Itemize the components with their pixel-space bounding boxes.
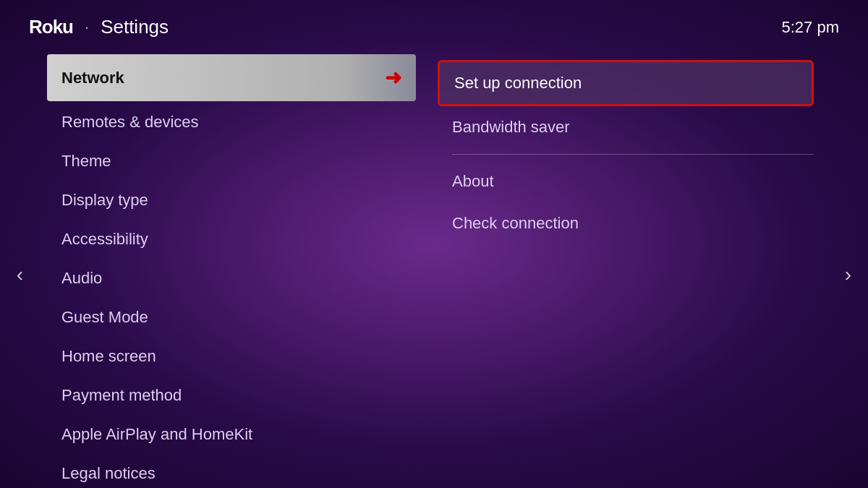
right-item-about[interactable]: About <box>438 160 814 202</box>
menu-item-network[interactable]: Network ➜ <box>47 54 416 101</box>
menu-item-label: Home screen <box>61 347 156 365</box>
menu-item-label: Audio <box>61 269 102 287</box>
menu-item-label: Guest Mode <box>61 308 148 326</box>
menu-item-audio[interactable]: Audio <box>47 259 416 298</box>
header-dot: · <box>85 18 89 37</box>
right-item-label: Bandwidth saver <box>452 118 570 136</box>
left-menu: Network ➜ Remotes & devices Theme Displa… <box>40 54 416 488</box>
header: Roku · Settings 5:27 pm <box>0 0 868 54</box>
menu-item-label: Network <box>61 69 124 87</box>
page-title: Settings <box>101 16 169 38</box>
menu-item-label: Accessibility <box>61 230 148 248</box>
clock: 5:27 pm <box>782 18 840 37</box>
menu-item-home-screen[interactable]: Home screen <box>47 337 416 376</box>
header-left: Roku · Settings <box>29 16 169 38</box>
right-item-label: Check connection <box>452 214 579 232</box>
menu-item-label: Display type <box>61 191 148 209</box>
menu-item-theme[interactable]: Theme <box>47 142 416 181</box>
right-nav-arrow[interactable]: › <box>828 54 868 488</box>
menu-item-accessibility[interactable]: Accessibility <box>47 220 416 259</box>
menu-item-airplay[interactable]: Apple AirPlay and HomeKit <box>47 415 416 454</box>
right-item-check-connection[interactable]: Check connection <box>438 202 814 244</box>
menu-item-display-type[interactable]: Display type <box>47 181 416 220</box>
menu-item-guest-mode[interactable]: Guest Mode <box>47 298 416 337</box>
right-arrow-icon: ➜ <box>385 66 401 90</box>
right-panel-divider <box>452 154 814 155</box>
roku-logo: Roku <box>29 16 73 38</box>
menu-item-legal[interactable]: Legal notices <box>47 454 416 488</box>
right-item-label: Set up connection <box>454 74 582 92</box>
right-item-label: About <box>452 172 494 190</box>
left-nav-arrow[interactable]: ‹ <box>0 54 40 488</box>
menu-item-label: Theme <box>61 152 111 170</box>
right-panel: Set up connection Bandwidth saver About … <box>416 54 828 488</box>
right-item-bandwidth[interactable]: Bandwidth saver <box>438 106 814 148</box>
menu-item-label: Legal notices <box>61 464 156 482</box>
menu-item-label: Payment method <box>61 386 182 404</box>
menu-item-label: Remotes & devices <box>61 113 199 131</box>
menu-item-payment-method[interactable]: Payment method <box>47 376 416 415</box>
menu-item-label: Apple AirPlay and HomeKit <box>61 425 252 443</box>
main-content: ‹ Network ➜ Remotes & devices Theme Disp… <box>0 54 868 488</box>
right-item-setup-connection[interactable]: Set up connection <box>438 60 814 106</box>
menu-item-remotes[interactable]: Remotes & devices <box>47 103 416 142</box>
